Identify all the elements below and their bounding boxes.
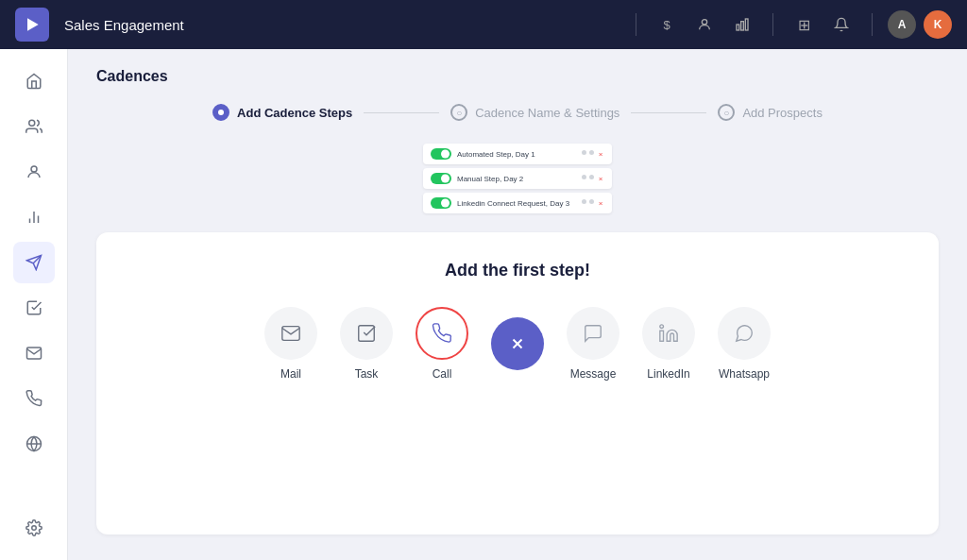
nav-icon-dollar[interactable]: $	[652, 9, 682, 40]
step-type-call-label: Call	[433, 367, 452, 381]
step-line-1	[364, 112, 439, 113]
nav-bell-icon[interactable]	[826, 9, 857, 40]
step-type-linkedin[interactable]: LinkedIn	[642, 307, 695, 381]
step-circle-1	[212, 104, 229, 121]
step-type-selector: Mail Task	[125, 307, 910, 381]
toggle-auto[interactable]	[431, 148, 451, 160]
step-type-whatsapp[interactable]: Whatsapp	[718, 307, 771, 381]
nav-divider-2	[772, 13, 773, 36]
page-title: Cadences	[96, 68, 939, 85]
sidebar-item-settings[interactable]	[13, 507, 55, 549]
nav-icon-user[interactable]	[689, 9, 720, 40]
step-circle-2: ○	[450, 104, 467, 121]
svg-rect-15	[359, 326, 375, 342]
card-text-2: Manual Step, Day 2	[457, 175, 576, 183]
logo[interactable]	[15, 8, 49, 42]
step-line-2	[631, 112, 706, 113]
wizard-step-2[interactable]: ○ Cadence Name & Settings	[450, 104, 619, 121]
nav-icon-chart[interactable]	[727, 9, 757, 40]
sidebar-item-tasks[interactable]	[13, 287, 55, 329]
step-type-mail[interactable]: Mail	[264, 307, 317, 381]
step-type-call[interactable]: Call	[416, 307, 468, 381]
whatsapp-icon-btn[interactable]	[718, 307, 771, 360]
svg-rect-3	[741, 22, 744, 30]
main-card: Add the first step! Mail	[96, 232, 939, 535]
main-content: Cadences Add Cadence Steps ○ Cadence Nam…	[68, 49, 967, 560]
close-icon-btn[interactable]	[491, 317, 544, 370]
svg-marker-0	[27, 18, 39, 30]
card-text-1: Automated Step, Day 1	[457, 150, 576, 159]
sidebar-item-phone[interactable]	[13, 378, 55, 419]
avatar-k[interactable]: K	[924, 10, 952, 39]
wizard-step-3[interactable]: ○ Add Prospects	[718, 104, 823, 121]
nav-divider-3	[872, 13, 873, 36]
sidebar-item-mail[interactable]	[13, 332, 55, 374]
wizard-steps: Add Cadence Steps ○ Cadence Name & Setti…	[96, 104, 939, 121]
step-type-task[interactable]: Task	[340, 307, 393, 381]
preview-card-1: Automated Step, Day 1 ×	[423, 144, 612, 164]
step-type-task-label: Task	[355, 367, 379, 381]
first-step-title: Add the first step!	[125, 261, 910, 280]
sidebar-item-contacts[interactable]	[13, 106, 55, 147]
svg-rect-2	[737, 25, 739, 30]
preview-card-3: Linkedin Connect Request, Day 3 ×	[423, 193, 612, 213]
mail-icon-btn[interactable]	[264, 307, 317, 360]
sidebar-item-analytics[interactable]	[13, 196, 55, 238]
svg-point-14	[31, 526, 36, 531]
step-type-message[interactable]: Message	[567, 307, 619, 381]
svg-rect-4	[745, 19, 748, 30]
avatar-a[interactable]: A	[888, 10, 916, 39]
sidebar-item-send[interactable]	[13, 242, 55, 283]
step-label-2: Cadence Name & Settings	[475, 106, 619, 120]
step-label-3: Add Prospects	[742, 106, 823, 120]
step-label-1: Add Cadence Steps	[237, 106, 352, 120]
sidebar	[0, 49, 68, 560]
card-text-3: Linkedin Connect Request, Day 3	[457, 199, 576, 208]
sidebar-item-globe[interactable]	[13, 423, 55, 465]
step-type-mail-label: Mail	[280, 367, 301, 381]
step-type-linkedin-label: LinkedIn	[647, 367, 689, 381]
message-icon-btn[interactable]	[567, 307, 619, 360]
toggle-manual[interactable]	[431, 173, 451, 184]
step-type-message-label: Message	[570, 367, 617, 381]
linkedin-icon-btn[interactable]	[642, 307, 695, 360]
nav-grid-icon[interactable]: ⊞	[789, 9, 819, 40]
sidebar-item-home[interactable]	[13, 60, 55, 102]
preview-card-2: Manual Step, Day 2 ×	[423, 168, 612, 189]
svg-rect-18	[660, 331, 664, 341]
step-type-whatsapp-label: Whatsapp	[719, 367, 770, 381]
top-nav: Sales Engagement $ ⊞ A K	[0, 0, 967, 49]
nav-right: $ ⊞ A K	[628, 9, 952, 40]
call-icon-btn[interactable]	[416, 307, 468, 360]
task-icon-btn[interactable]	[340, 307, 393, 360]
sidebar-item-person[interactable]	[13, 151, 55, 193]
main-layout: Cadences Add Cadence Steps ○ Cadence Nam…	[0, 49, 967, 560]
svg-point-5	[28, 120, 34, 126]
app-title: Sales Engagement	[64, 17, 628, 33]
step-circle-3: ○	[718, 104, 735, 121]
preview-cards: Automated Step, Day 1 × Manual Step, Day…	[96, 144, 939, 213]
svg-point-1	[702, 20, 706, 25]
nav-divider	[636, 13, 636, 36]
svg-point-6	[31, 166, 37, 172]
wizard-step-1[interactable]: Add Cadence Steps	[212, 104, 352, 121]
step-type-close[interactable]	[491, 317, 544, 370]
svg-point-19	[660, 325, 664, 329]
toggle-linkedin[interactable]	[431, 197, 451, 209]
